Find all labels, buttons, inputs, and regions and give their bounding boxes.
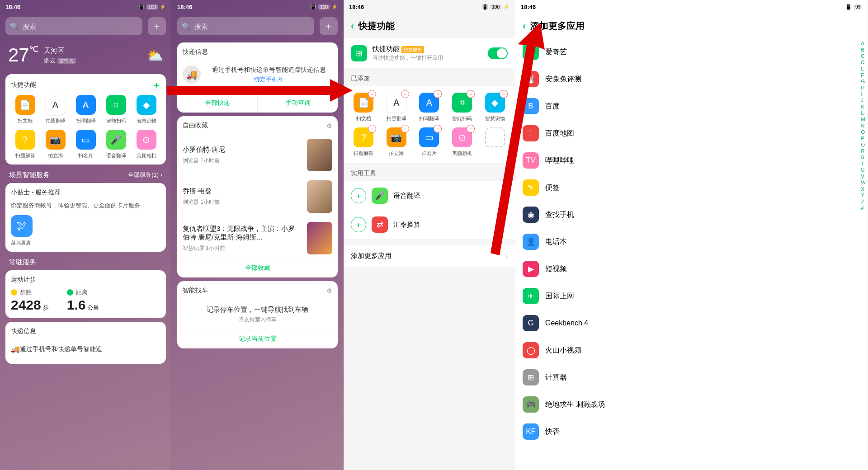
index-letter[interactable]: I	[861, 91, 866, 97]
remove-badge[interactable]: −	[368, 125, 376, 133]
quick-item[interactable]: ▭ 扫名片	[71, 130, 100, 159]
app-row[interactable]: 🐰 安兔兔评测	[515, 66, 868, 93]
index-letter[interactable]: A	[861, 41, 866, 46]
manual-query-button[interactable]: 手动查询	[258, 94, 338, 113]
index-letter[interactable]: H	[861, 85, 866, 90]
remove-badge[interactable]: −	[401, 90, 409, 98]
app-row[interactable]: B 百度	[515, 93, 868, 120]
remove-badge[interactable]: −	[467, 125, 475, 133]
record-location-button[interactable]: 记录当前位置	[177, 330, 338, 343]
feature-toggle[interactable]	[488, 47, 508, 59]
add-button[interactable]: ＋	[351, 188, 366, 203]
add-button[interactable]: ＋	[351, 217, 366, 232]
index-letter[interactable]: P	[861, 136, 866, 141]
back-button[interactable]: ‹	[351, 20, 354, 32]
edit-quick-button[interactable]: ＋	[152, 80, 160, 90]
remove-badge[interactable]: −	[401, 125, 409, 133]
app-row[interactable]: KF 快否	[515, 418, 868, 445]
tips-card[interactable]: 小贴士 - 服务推荐 绑定服务商帐号，体验更智能、更全面的卡片服务 🕊 菜鸟裹裹	[5, 183, 166, 252]
quick-item[interactable]: ⊙ 美颜相机	[132, 130, 160, 159]
search-bar[interactable]: 🔍	[177, 17, 314, 35]
app-row[interactable]: 👤 电话本	[515, 228, 868, 255]
tool-row[interactable]: ＋ ⇄ 汇率换算	[344, 210, 515, 239]
index-letter[interactable]: B	[861, 47, 866, 52]
quick-item[interactable]: ◆− 智慧识物	[479, 93, 510, 122]
index-letter[interactable]: F	[861, 72, 866, 78]
quick-item[interactable]: ? 扫题解答	[11, 130, 39, 159]
quick-item[interactable]: 📷 拍立淘	[41, 130, 70, 159]
add-more-apps-row[interactable]: 添加更多应用 ›	[344, 245, 515, 267]
add-card-button[interactable]: ＋	[148, 17, 166, 35]
quick-item[interactable]: ?− 扫题解答	[348, 127, 379, 157]
empty-slot[interactable]	[479, 127, 510, 157]
index-letter[interactable]: S	[861, 155, 866, 160]
quick-item[interactable]: ◆ 智慧识物	[132, 95, 160, 124]
index-letter[interactable]: R	[861, 148, 866, 154]
app-row[interactable]: ⊞ 计算器	[515, 364, 868, 391]
all-favorites-button[interactable]: 全部收藏	[177, 259, 338, 272]
remove-badge[interactable]: −	[434, 125, 442, 133]
quick-item[interactable]: ⌗ 智能扫码	[102, 95, 130, 124]
app-row[interactable]: ◯ 火山小视频	[515, 337, 868, 364]
app-row[interactable]: 🎮 绝地求生 刺激战场	[515, 391, 868, 418]
index-letter[interactable]: U	[861, 167, 866, 173]
gear-icon[interactable]: ⚙	[326, 287, 332, 294]
app-row[interactable]: TV 哔哩哔哩	[515, 147, 868, 174]
index-letter[interactable]: J	[861, 98, 866, 103]
index-letter[interactable]: #	[861, 205, 866, 211]
back-button[interactable]: ‹	[523, 20, 526, 32]
remove-badge[interactable]: −	[368, 90, 376, 98]
search-bar[interactable]: 🔍	[5, 17, 142, 35]
alpha-index[interactable]: ABCDEFGHIJKLMNOPQRSTUVWXYZ#	[861, 41, 866, 211]
search-input[interactable]	[194, 23, 310, 30]
quick-item[interactable]: A 扫词翻译	[71, 95, 100, 124]
favorite-item[interactable]: 乔斯·韦登浏览器 1小时前	[183, 176, 332, 217]
app-row[interactable]: ✎ 便签	[515, 174, 868, 201]
app-row[interactable]: ▶ 爱奇艺	[515, 38, 868, 66]
index-letter[interactable]: V	[861, 174, 866, 179]
quick-item[interactable]: 📄− 扫文档	[348, 93, 379, 122]
app-row[interactable]: ▶ 短视频	[515, 255, 868, 282]
weather-card[interactable]: 27℃ 天河区 多云空气 优 ⛅	[5, 42, 166, 68]
app-row[interactable]: G Geekbench 4	[515, 310, 868, 337]
quick-item[interactable]: ⊙− 美颜相机	[447, 127, 478, 157]
index-letter[interactable]: X	[861, 186, 866, 192]
index-letter[interactable]: C	[861, 53, 866, 59]
index-letter[interactable]: E	[861, 66, 866, 71]
index-letter[interactable]: W	[861, 180, 866, 185]
quick-item[interactable]: 📷− 拍立淘	[381, 127, 412, 157]
index-letter[interactable]: O	[861, 129, 866, 135]
steps-card[interactable]: 运动计步 步数 2428步 距离 1.6公里	[5, 270, 166, 318]
index-letter[interactable]: Z	[861, 199, 866, 204]
favorite-item[interactable]: 复仇者联盟3：无限战争，主演：小罗伯特·唐尼/克里斯·海姆斯…智慧识屏 1小时前	[183, 217, 332, 259]
remove-badge[interactable]: −	[434, 90, 442, 98]
quick-item[interactable]: ⌗− 智能扫码	[447, 93, 478, 122]
index-letter[interactable]: M	[861, 117, 866, 122]
app-row[interactable]: 📍 百度地图	[515, 120, 868, 147]
app-row[interactable]: ◉ 查找手机	[515, 201, 868, 228]
quick-item[interactable]: ▭− 扫名片	[414, 127, 445, 157]
tool-row[interactable]: ＋ 🎤 语音翻译	[344, 181, 515, 210]
index-letter[interactable]: D	[861, 60, 866, 65]
index-letter[interactable]: K	[861, 104, 866, 109]
index-letter[interactable]: Q	[861, 142, 866, 147]
gear-icon[interactable]: ⚙	[326, 122, 332, 129]
index-letter[interactable]: Y	[861, 193, 866, 198]
favorite-item[interactable]: 小罗伯特·唐尼浏览器 1小时前	[183, 134, 332, 176]
index-letter[interactable]: T	[861, 161, 866, 166]
index-letter[interactable]: L	[861, 110, 866, 116]
all-express-button[interactable]: 全部快递	[177, 94, 258, 113]
search-input[interactable]	[23, 23, 138, 30]
scene-more-link[interactable]: 全部服务(1) ›	[128, 171, 162, 179]
quick-item[interactable]: A 拍照翻译	[41, 95, 70, 124]
remove-badge[interactable]: −	[500, 90, 508, 98]
remove-badge[interactable]: −	[467, 90, 475, 98]
quick-item[interactable]: 📄 扫文档	[11, 95, 39, 124]
quick-item[interactable]: A− 拍照翻译	[381, 93, 412, 122]
bind-phone-link[interactable]: 绑定手机号	[254, 76, 283, 83]
app-row[interactable]: ✈ 国际上网	[515, 282, 868, 310]
cainiao-icon[interactable]: 🕊	[11, 215, 33, 237]
quick-item[interactable]: 🎤 语音翻译	[102, 130, 130, 159]
express-card-partial[interactable]: 快递信息 🚚 通过手机号和快递单号智能追	[5, 322, 166, 364]
quick-item[interactable]: A− 扫词翻译	[414, 93, 445, 122]
